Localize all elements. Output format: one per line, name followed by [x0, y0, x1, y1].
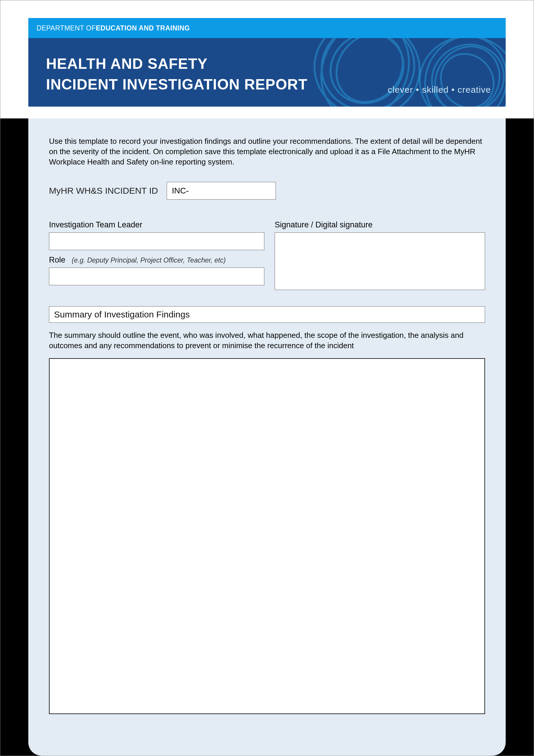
form-panel: Use this template to record your investi…	[28, 119, 506, 756]
summary-description: The summary should outline the event, wh…	[49, 330, 485, 351]
role-label-row: Role (e.g. Deputy Principal, Project Off…	[49, 256, 264, 265]
summary-section-header: Summary of Investigation Findings	[49, 306, 485, 323]
title-line-1: HEALTH AND SAFETY	[46, 53, 307, 74]
incident-id-input[interactable]	[167, 182, 276, 200]
department-label-thin: DEPARTMENT OF	[37, 24, 96, 32]
leader-signature-row: Investigation Team Leader Role (e.g. Dep…	[49, 220, 485, 290]
signature-label: Signature / Digital signature	[275, 220, 485, 230]
header-banner: DEPARTMENT OF EDUCATION AND TRAINING HEA…	[28, 18, 506, 107]
team-leader-label: Investigation Team Leader	[49, 220, 264, 230]
left-column: Investigation Team Leader Role (e.g. Dep…	[49, 220, 264, 290]
team-leader-input[interactable]	[49, 232, 264, 250]
role-label: Role	[49, 256, 65, 264]
incident-id-label: MyHR WH&S INCIDENT ID	[49, 186, 158, 196]
intro-text: Use this template to record your investi…	[49, 136, 485, 167]
right-column: Signature / Digital signature	[275, 220, 485, 290]
summary-textarea[interactable]	[49, 358, 485, 714]
title-line-2: INCIDENT INVESTIGATION REPORT	[46, 74, 307, 95]
content-frame: Use this template to record your investi…	[0, 119, 534, 756]
tagline: clever • skilled • creative	[388, 85, 491, 95]
department-strip: DEPARTMENT OF EDUCATION AND TRAINING	[28, 18, 506, 38]
department-label-bold: EDUCATION AND TRAINING	[96, 24, 190, 32]
signature-box[interactable]	[275, 232, 485, 290]
role-hint: (e.g. Deputy Principal, Project Officer,…	[72, 256, 226, 264]
page-title: HEALTH AND SAFETY INCIDENT INVESTIGATION…	[46, 53, 307, 95]
svg-point-5	[416, 32, 506, 107]
role-input[interactable]	[49, 268, 264, 285]
incident-id-row: MyHR WH&S INCIDENT ID	[49, 182, 485, 200]
page: DEPARTMENT OF EDUCATION AND TRAINING HEA…	[0, 0, 534, 756]
